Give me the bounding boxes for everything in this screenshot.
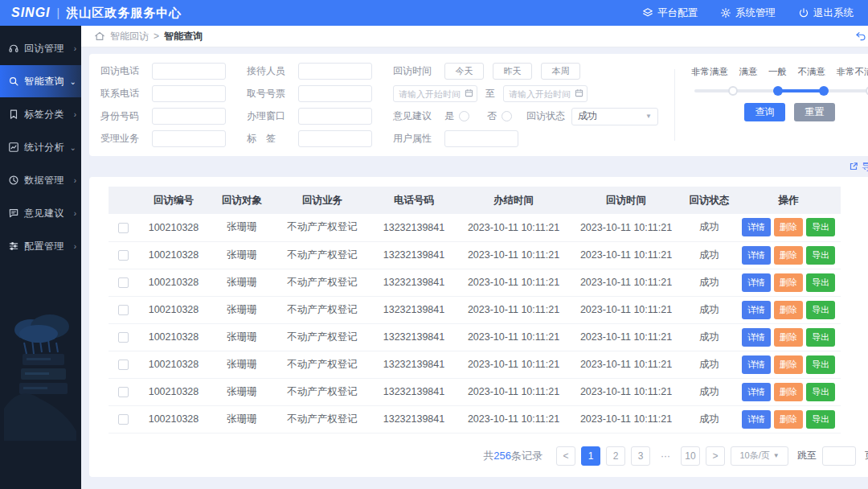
export-row-button[interactable]: 导出 bbox=[806, 246, 835, 265]
reset-button[interactable]: 重置 bbox=[794, 103, 835, 121]
export-row-button[interactable]: 导出 bbox=[806, 301, 835, 319]
delete-button[interactable]: 删除 bbox=[774, 246, 803, 265]
quick-range-button[interactable]: 今天 bbox=[444, 63, 484, 80]
top-menu-item[interactable]: 退出系统 bbox=[798, 6, 854, 20]
sidebar-item-tag[interactable]: 标签分类› bbox=[0, 98, 81, 130]
actions-cell: 详情删除导出 bbox=[736, 378, 841, 405]
quick-range-button[interactable]: 本周 bbox=[541, 63, 580, 80]
table-cell: 13232139841 bbox=[371, 296, 457, 323]
suggestion-label: 意见建议 bbox=[393, 109, 438, 123]
delete-button[interactable]: 删除 bbox=[774, 273, 803, 292]
breadcrumb-section[interactable]: 智能回访 bbox=[110, 30, 149, 43]
top-menu-label: 退出系统 bbox=[813, 6, 854, 20]
filter-row: 接待人员 bbox=[247, 63, 372, 80]
export-all-button[interactable]: 导出 bbox=[849, 160, 868, 174]
row-checkbox[interactable] bbox=[118, 332, 129, 343]
delete-button[interactable]: 删除 bbox=[774, 410, 803, 429]
export-row-button[interactable]: 导出 bbox=[806, 273, 835, 292]
detail-button[interactable]: 详情 bbox=[742, 301, 771, 319]
status-label: 回访状态 bbox=[526, 109, 565, 123]
top-menu-label: 平台配置 bbox=[657, 6, 698, 20]
detail-button[interactable]: 详情 bbox=[742, 328, 771, 347]
filter-input[interactable] bbox=[298, 63, 372, 80]
checkbox-cell bbox=[108, 241, 137, 269]
sliders-icon bbox=[8, 240, 19, 252]
filter-input[interactable] bbox=[152, 85, 226, 102]
start-date-field bbox=[393, 85, 477, 102]
row-checkbox[interactable] bbox=[118, 414, 129, 425]
page-button[interactable]: 2 bbox=[606, 446, 625, 466]
home-icon[interactable] bbox=[94, 31, 105, 42]
row-checkbox[interactable] bbox=[118, 360, 129, 370]
table-cell: 2023-10-11 10:11:21 bbox=[457, 269, 570, 296]
detail-button[interactable]: 详情 bbox=[742, 273, 771, 292]
filter-input[interactable] bbox=[298, 108, 372, 125]
calendar-icon[interactable] bbox=[465, 88, 473, 97]
page-button[interactable]: 1 bbox=[581, 446, 600, 466]
filter-input[interactable] bbox=[298, 130, 372, 147]
export-row-button[interactable]: 导出 bbox=[806, 218, 835, 236]
search-button[interactable]: 查询 bbox=[744, 103, 785, 121]
detail-button[interactable]: 详情 bbox=[742, 246, 771, 265]
sidebar-item-sliders[interactable]: 配置管理› bbox=[0, 230, 81, 262]
filter-input[interactable] bbox=[152, 108, 226, 125]
export-row-button[interactable]: 导出 bbox=[806, 383, 835, 401]
slider-dot[interactable] bbox=[866, 86, 868, 96]
quick-range-button[interactable]: 昨天 bbox=[493, 63, 532, 80]
sidebar-item-headset[interactable]: 回访管理› bbox=[0, 32, 81, 64]
detail-button[interactable]: 详情 bbox=[742, 383, 771, 401]
sidebar-item-label: 数据管理 bbox=[24, 174, 69, 187]
detail-button[interactable]: 详情 bbox=[742, 218, 771, 236]
row-checkbox[interactable] bbox=[118, 387, 129, 397]
user-attr-input[interactable] bbox=[444, 130, 518, 147]
table-cell: 13232139841 bbox=[371, 241, 457, 269]
slider-handle[interactable] bbox=[819, 86, 829, 96]
satisfaction-slider-section: 非常满意满意一般不满意非常不满意 查询 重置 bbox=[691, 63, 868, 121]
actions-cell: 详情删除导出 bbox=[736, 405, 841, 433]
delete-button[interactable]: 删除 bbox=[774, 355, 803, 374]
calendar-icon[interactable] bbox=[575, 88, 583, 97]
radio-no[interactable] bbox=[502, 111, 512, 121]
slider-dot[interactable] bbox=[728, 86, 738, 96]
status-select[interactable]: 成功 ▼ bbox=[571, 108, 658, 125]
radio-yes[interactable] bbox=[459, 111, 469, 121]
sidebar-item-comment[interactable]: 意见建议› bbox=[0, 197, 81, 229]
jump-page-input[interactable] bbox=[822, 446, 856, 466]
row-checkbox[interactable] bbox=[118, 305, 129, 315]
export-row-button[interactable]: 导出 bbox=[806, 355, 835, 374]
detail-button[interactable]: 详情 bbox=[742, 355, 771, 374]
export-row-button[interactable]: 导出 bbox=[806, 410, 835, 429]
row-checkbox[interactable] bbox=[118, 277, 129, 288]
chevron-icon: ⌄ bbox=[70, 77, 76, 86]
top-menu-item[interactable]: 系统管理 bbox=[720, 6, 776, 20]
delete-button[interactable]: 删除 bbox=[774, 218, 803, 236]
page-button[interactable]: 3 bbox=[631, 446, 650, 466]
detail-button[interactable]: 详情 bbox=[742, 410, 771, 429]
filter-input[interactable] bbox=[298, 85, 372, 102]
delete-button[interactable]: 删除 bbox=[774, 383, 803, 401]
sidebar: 回访管理›智能查询⌄标签分类›统计分析⌄数据管理›意见建议›配置管理› bbox=[0, 26, 81, 489]
sidebar-item-search[interactable]: 智能查询⌄ bbox=[0, 65, 81, 97]
row-checkbox[interactable] bbox=[118, 250, 129, 261]
table-row: 100210328张珊珊不动产产权登记132321398412023-10-11… bbox=[108, 378, 841, 405]
page-size-select[interactable]: 10条/页 ▼ bbox=[731, 446, 788, 466]
table-cell: 2023-10-11 10:11:21 bbox=[570, 378, 682, 405]
satisfaction-slider[interactable] bbox=[694, 89, 868, 92]
prev-page-button[interactable]: < bbox=[556, 446, 575, 466]
sidebar-item-clock[interactable]: 数据管理› bbox=[0, 164, 81, 196]
page-button[interactable]: 10 bbox=[681, 446, 700, 466]
back-button[interactable]: 返回 bbox=[855, 30, 868, 43]
export-row-button[interactable]: 导出 bbox=[806, 328, 835, 347]
top-menu-item[interactable]: 平台配置 bbox=[642, 6, 698, 20]
filter-divider bbox=[674, 69, 675, 141]
next-page-button[interactable]: > bbox=[706, 446, 725, 466]
slider-handle[interactable] bbox=[773, 86, 783, 96]
filter-input[interactable] bbox=[152, 130, 226, 147]
filter-input[interactable] bbox=[152, 63, 226, 80]
delete-button[interactable]: 删除 bbox=[774, 328, 803, 347]
table-cell: 成功 bbox=[682, 378, 736, 405]
delete-button[interactable]: 删除 bbox=[774, 301, 803, 319]
table-row: 100210328张珊珊不动产产权登记132321398412023-10-11… bbox=[108, 351, 841, 378]
sidebar-item-chart[interactable]: 统计分析⌄ bbox=[0, 131, 81, 163]
row-checkbox[interactable] bbox=[118, 223, 129, 233]
